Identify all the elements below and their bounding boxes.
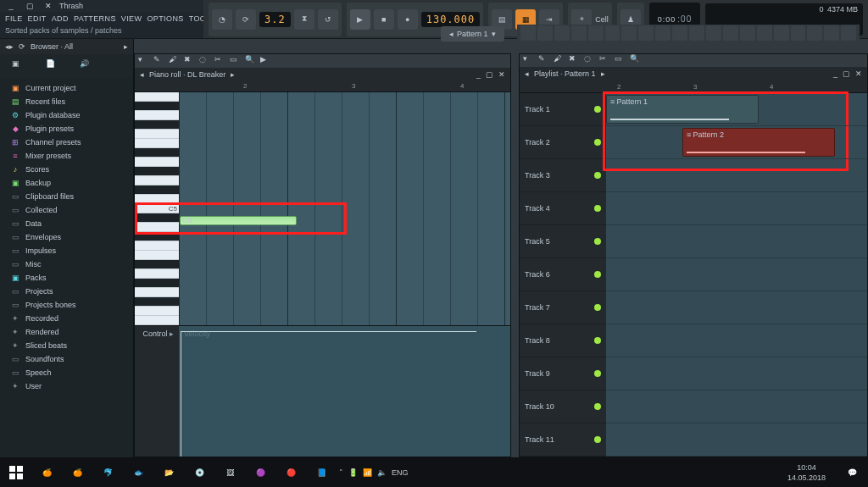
browser-item[interactable]: ✦Rendered <box>0 325 133 339</box>
pl-tool-draw-icon[interactable]: ✎ <box>538 54 550 66</box>
pr-tool-delete-icon[interactable]: ✖ <box>184 55 196 67</box>
playlist-track-header[interactable]: Track 2 <box>520 126 606 159</box>
pl-tool-zoom-icon[interactable]: 🔍 <box>630 54 642 66</box>
pr-min-icon[interactable]: _ <box>476 70 481 79</box>
tray-battery-icon[interactable]: 🔋 <box>348 468 358 477</box>
browser-item[interactable]: ▭Collected <box>0 203 133 217</box>
pl-tool-slice-icon[interactable]: ✂ <box>599 54 611 66</box>
pl-tool-paint-icon[interactable]: 🖌 <box>554 54 565 66</box>
piano-roll-ruler[interactable]: 2 3 4 <box>135 81 510 92</box>
browser-tab-audio-icon[interactable]: 🔊 <box>80 59 95 73</box>
control-lane-body[interactable]: Velocity <box>179 326 510 457</box>
pl-max-icon[interactable]: ▢ <box>843 69 850 78</box>
toggle-tempo-icon[interactable] <box>621 25 637 41</box>
toggle-browser-icon[interactable] <box>588 25 604 41</box>
playlist-track-header[interactable]: Track 6 <box>520 258 606 291</box>
taskbar-app-5-icon[interactable]: 📂 <box>156 461 181 484</box>
browser-item[interactable]: ▭Impulses <box>0 244 133 257</box>
record-button[interactable]: ● <box>398 9 418 30</box>
track-mute-dot[interactable] <box>594 304 601 311</box>
menu-file[interactable]: FILE <box>5 14 23 23</box>
menu-edit[interactable]: EDIT <box>28 14 47 23</box>
menu-view[interactable]: VIEW <box>121 14 142 23</box>
chevron-left-icon[interactable]: ◂ <box>525 69 529 78</box>
toggle-channelrack-icon[interactable] <box>554 25 570 41</box>
browser-refresh-icon[interactable]: ⟳ <box>19 42 25 51</box>
toggle-mixer-icon[interactable] <box>571 25 587 41</box>
taskbar-app-10-icon[interactable]: 📘 <box>309 461 334 484</box>
toggle-playlist-icon[interactable] <box>520 25 536 41</box>
pr-tool-draw-icon[interactable]: ✎ <box>153 55 165 67</box>
chevron-down-icon[interactable]: ▾ <box>492 30 496 38</box>
browser-tab-collapse-icon[interactable]: ▣ <box>12 59 27 73</box>
browser-item[interactable]: ▭Speech <box>0 366 133 379</box>
playlist-track-header[interactable]: Track 8 <box>520 324 606 357</box>
browser-item[interactable]: ≡Mixer presets <box>0 149 133 163</box>
browser-item[interactable]: ▣Packs <box>0 271 133 285</box>
toggle-x3-icon[interactable] <box>807 25 822 41</box>
notification-center-icon[interactable]: 💬 <box>839 461 865 484</box>
stop-button[interactable]: ■ <box>374 9 394 30</box>
toggle-save-icon[interactable] <box>672 25 687 41</box>
toggle-x2-icon[interactable] <box>791 25 806 41</box>
pattern-selector-prev[interactable]: ◂ <box>449 30 453 38</box>
pr-close-icon[interactable]: ✕ <box>498 70 505 79</box>
tray-volume-icon[interactable]: 🔈 <box>377 468 387 477</box>
pl-tool-mute-icon[interactable]: ◌ <box>584 54 596 66</box>
browser-item[interactable]: ⊞Channel presets <box>0 136 133 149</box>
pr-tool-slice-icon[interactable]: ✂ <box>214 55 226 67</box>
browser-item[interactable]: ▭Misc <box>0 257 133 271</box>
pattern-selector[interactable]: ◂ Pattern 1 ▾ <box>441 26 504 42</box>
toggle-touch-icon[interactable] <box>638 25 654 41</box>
pl-menu-icon[interactable]: ▾ <box>523 54 535 66</box>
browser-item[interactable]: ▭Projects <box>0 285 133 298</box>
playlist-track-header[interactable]: Track 4 <box>520 192 606 225</box>
playlist-track-header[interactable]: Track 3 <box>520 159 606 192</box>
playlist-track-header[interactable]: Track 7 <box>520 291 606 324</box>
taskbar-app-3-icon[interactable]: 🐬 <box>95 461 120 484</box>
play-button[interactable]: ▶ <box>350 9 370 30</box>
browser-item[interactable]: ◆Plugin presets <box>0 122 133 136</box>
browser-item[interactable]: ⚙Plugin database <box>0 108 133 122</box>
taskbar-app-1-icon[interactable]: 🍊 <box>34 461 59 484</box>
tray-chevron-icon[interactable]: ˄ <box>339 468 343 477</box>
pr-tool-paint-icon[interactable]: 🖌 <box>169 55 181 67</box>
playlist-track-header[interactable]: Track 5 <box>520 225 606 258</box>
chevron-right-icon[interactable]: ▸ <box>601 69 605 78</box>
playlist-track-header[interactable]: Track 10 <box>520 390 606 423</box>
pl-tool-delete-icon[interactable]: ✖ <box>569 54 581 66</box>
toggle-midi-icon[interactable] <box>723 25 738 41</box>
window-minimize[interactable]: _ <box>3 0 19 12</box>
toggle-plugin-icon[interactable] <box>605 25 620 41</box>
toggle-info-icon[interactable] <box>740 25 755 41</box>
piano-roll-grid[interactable]: C5 <box>179 92 510 325</box>
toggle-typing-icon[interactable] <box>757 25 772 41</box>
browser-back-icon[interactable]: ◂▸ <box>5 42 14 51</box>
menu-add[interactable]: ADD <box>52 14 69 23</box>
playlist-clip[interactable]: ≡ Pattern 2 <box>682 128 835 157</box>
track-mute-dot[interactable] <box>594 370 601 377</box>
toggle-x4-icon[interactable] <box>824 25 839 41</box>
track-mute-dot[interactable] <box>594 238 601 245</box>
browser-item[interactable]: ▭Soundfonts <box>0 352 133 366</box>
taskbar-app-4-icon[interactable]: 🐟 <box>125 461 151 484</box>
window-maximize[interactable]: ▢ <box>22 0 37 12</box>
playlist-track-header[interactable]: Track 9 <box>520 357 606 390</box>
window-close[interactable]: ✕ <box>41 0 56 12</box>
toggle-x5-icon[interactable] <box>841 25 856 41</box>
pr-menu-icon[interactable]: ▾ <box>138 55 150 67</box>
metronome-icon[interactable]: ◔ <box>212 9 232 30</box>
track-mute-dot[interactable] <box>594 205 601 212</box>
pr-max-icon[interactable]: ▢ <box>486 70 493 79</box>
browser-item[interactable]: ▭Clipboard files <box>0 190 133 203</box>
browser-item[interactable]: ▣Backup <box>0 176 133 190</box>
playlist-clip[interactable]: ≡ Pattern 1 <box>606 95 759 124</box>
taskbar-app-7-icon[interactable]: 🖼 <box>217 461 242 484</box>
toggle-undo-icon[interactable] <box>655 25 670 41</box>
browser-item[interactable]: ✦Recorded <box>0 312 133 325</box>
taskbar-app-6-icon[interactable]: 💿 <box>186 461 212 484</box>
browser-item[interactable]: ▭Projects bones <box>0 298 133 312</box>
track-mute-dot[interactable] <box>594 436 601 443</box>
start-button[interactable] <box>3 461 29 484</box>
pr-tool-play-icon[interactable]: ▶ <box>260 55 272 67</box>
